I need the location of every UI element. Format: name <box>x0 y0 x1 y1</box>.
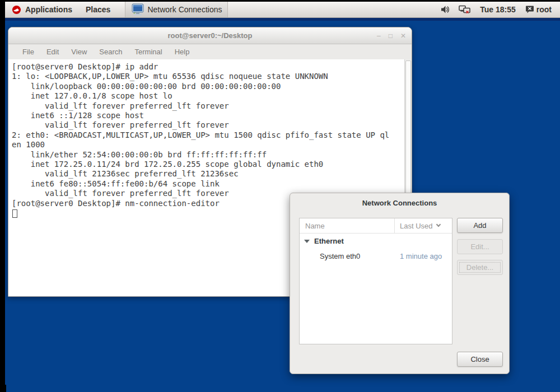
terminal-window-controls: ‒ □ ✕ <box>377 32 406 39</box>
connection-name: System eth0 <box>300 252 395 260</box>
add-button[interactable]: Add <box>457 218 503 233</box>
applications-menu[interactable]: Applications <box>5 2 79 17</box>
desktop: Applications Places Network Connection <box>0 0 560 392</box>
maximize-icon[interactable]: □ <box>389 32 393 39</box>
menu-file[interactable]: File <box>16 48 40 56</box>
panel-left-section: Applications Places Network Connection <box>5 2 228 17</box>
terminal-scrollbar-thumb[interactable] <box>405 60 411 200</box>
volume-applet[interactable] <box>437 2 455 17</box>
volume-icon <box>441 5 451 14</box>
screen-edge-left <box>0 0 5 392</box>
terminal-output: [root@server0 Desktop]# ip addr 1: lo: <… <box>8 59 412 208</box>
clock[interactable]: Tue 18:55 <box>474 5 521 14</box>
terminal-cursor <box>12 209 17 218</box>
taskbar-window-label: Network Connections <box>147 5 222 14</box>
menu-view[interactable]: View <box>65 48 93 56</box>
connections-list[interactable]: Name Last Used Ethernet System eth0 1 mi… <box>299 218 452 344</box>
places-menu[interactable]: Places <box>79 2 117 17</box>
username-label: root <box>534 5 552 14</box>
close-button[interactable]: Close <box>457 352 503 367</box>
top-panel: Applications Places Network Connection <box>5 2 560 18</box>
connections-list-header: Name Last Used <box>300 218 452 234</box>
screen-edge-top <box>0 0 560 2</box>
panel-right-section: Tue 18:55 root <box>437 2 560 17</box>
terminal-titlebar[interactable]: root@server0:~/Desktop ‒ □ ✕ <box>8 27 412 44</box>
screen-edge-corner <box>0 385 6 392</box>
network-status-applet[interactable] <box>455 2 474 17</box>
connection-row[interactable]: System eth0 1 minute ago <box>300 249 452 263</box>
minimize-icon[interactable]: ‒ <box>377 32 381 39</box>
window-monitor-icon <box>131 3 144 16</box>
redhat-logo-icon <box>12 5 21 15</box>
menu-help[interactable]: Help <box>169 48 196 56</box>
menu-search[interactable]: Search <box>93 48 128 56</box>
menu-terminal[interactable]: Terminal <box>129 48 169 56</box>
ethernet-group-row[interactable]: Ethernet <box>300 234 452 249</box>
edit-button: Edit... <box>457 239 503 254</box>
applications-menu-label: Applications <box>25 5 72 14</box>
dialog-title: Network Connections <box>290 193 509 212</box>
user-session-applet[interactable]: root <box>521 2 556 17</box>
places-menu-label: Places <box>86 5 110 14</box>
desktop-shadow-band <box>5 18 560 21</box>
taskbar-window-button[interactable]: Network Connections <box>125 2 228 17</box>
network-connections-dialog: Network Connections Name Last Used Ether… <box>290 193 510 374</box>
terminal-title: root@server0:~/Desktop <box>8 31 412 40</box>
terminal-menubar: File Edit View Search Terminal Help <box>8 44 412 59</box>
name-column-label: Name <box>305 222 325 230</box>
last-used-column-header[interactable]: Last Used <box>395 222 440 230</box>
last-used-column-label: Last Used <box>400 222 433 230</box>
ethernet-group-label: Ethernet <box>314 237 344 245</box>
expander-icon[interactable] <box>304 240 310 243</box>
menu-edit[interactable]: Edit <box>40 48 65 56</box>
sort-chevron-down-icon <box>436 222 440 227</box>
connection-last-used: 1 minute ago <box>395 252 442 260</box>
chat-bubble-icon <box>525 5 534 14</box>
network-status-icon <box>459 5 470 14</box>
close-icon[interactable]: ✕ <box>400 32 406 39</box>
name-column-header[interactable]: Name <box>300 218 395 233</box>
delete-button: Delete... <box>457 260 503 275</box>
